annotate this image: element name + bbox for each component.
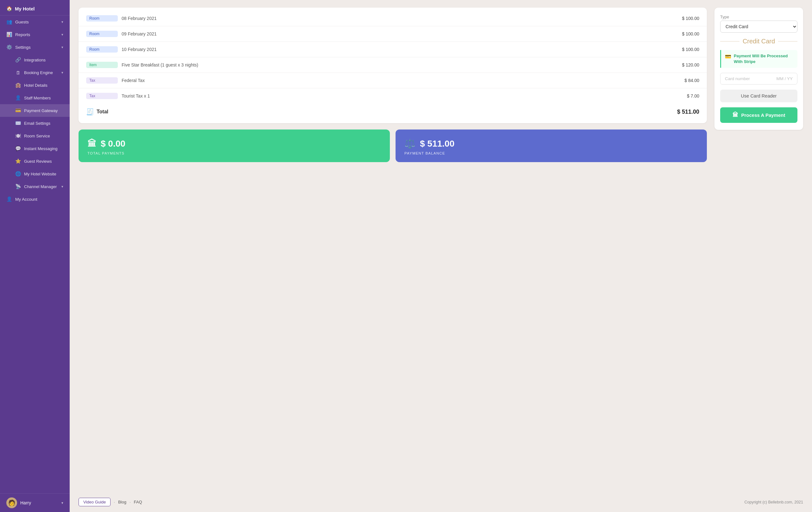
sidebar-item-guests[interactable]: 👥 Guests ▾ <box>0 16 70 28</box>
chevron-down-icon: ▾ <box>61 185 63 189</box>
faq-link[interactable]: FAQ <box>134 500 142 504</box>
booking-engine-icon: 🗓 <box>15 70 21 76</box>
total-amount: $ 511.00 <box>677 109 699 115</box>
card-inputs[interactable]: Card number MM / YY <box>720 73 798 85</box>
sidebar-item-guest-reviews[interactable]: ⭐ Guest Reviews <box>0 155 70 168</box>
sidebar-label-my-hotel-website: My Hotel Website <box>24 172 56 176</box>
process-payment-label: Process A Payment <box>742 112 785 118</box>
total-payments-amount: $ 0.00 <box>101 139 125 149</box>
total-icon: 🧾 <box>86 108 94 116</box>
user-profile[interactable]: 🧑 Harry ▾ <box>0 493 70 512</box>
billing-amount: $ 7.00 <box>687 93 699 98</box>
sidebar-item-email-settings[interactable]: ✉️ Email Settings <box>0 117 70 129</box>
payment-balance-amount: $ 511.00 <box>420 139 455 149</box>
avatar: 🧑 <box>6 498 17 508</box>
summary-cards: 🏛 $ 0.00 TOTAL PAYMENTS ⚖️ $ 511.00 PAYM… <box>79 129 707 162</box>
billing-amount: $ 100.00 <box>682 47 700 52</box>
my-account-icon: 👤 <box>6 196 12 202</box>
room-service-icon: 🍽️ <box>15 133 21 139</box>
billing-desc: 08 February 2021 <box>122 16 678 21</box>
user-name: Harry <box>20 500 58 505</box>
process-payment-button[interactable]: 🏛 Process A Payment <box>720 107 798 123</box>
scale-icon: ⚖️ <box>404 139 415 149</box>
guest-reviews-icon: ⭐ <box>15 158 21 164</box>
sidebar-label-guests: Guests <box>15 20 29 24</box>
stripe-notice-text: Payment Will Be Processed With Stripe <box>734 53 794 65</box>
blog-link[interactable]: Blog <box>118 500 126 504</box>
chevron-down-icon: ▾ <box>61 33 63 37</box>
copyright: Copyright (c) Bellebnb.com, 2021 <box>744 500 803 504</box>
billing-row: Item Five Star Breakfast (1 guest x 3 ni… <box>79 57 707 73</box>
card-expiry-placeholder: MM / YY <box>776 76 793 81</box>
billing-amount: $ 100.00 <box>682 31 700 36</box>
sidebar-item-instant-messaging[interactable]: 💬 Instant Messaging <box>0 142 70 155</box>
billing-badge: Tax <box>86 93 118 99</box>
sidebar-label-guest-reviews: Guest Reviews <box>24 159 52 164</box>
total-payments-card: 🏛 $ 0.00 TOTAL PAYMENTS <box>79 129 390 162</box>
sidebar-item-room-service[interactable]: 🍽️ Room Service <box>0 129 70 142</box>
stripe-icon: 💳 <box>725 54 731 60</box>
reports-icon: 📊 <box>6 32 12 37</box>
email-settings-icon: ✉️ <box>15 120 21 126</box>
payment-panel: Type Credit CardCashBank Transfer Credit… <box>715 8 803 130</box>
sidebar-item-staff-members[interactable]: 👤 Staff Members <box>0 91 70 104</box>
sidebar-label-instant-messaging: Instant Messaging <box>24 146 58 151</box>
type-label: Type <box>720 14 798 19</box>
billing-amount: $ 84.00 <box>685 78 699 83</box>
my-hotel-website-icon: 🌐 <box>15 171 21 177</box>
sidebar-item-payment-gateway[interactable]: 💳 Payment Gateway <box>0 104 70 117</box>
sidebar-label-reports: Reports <box>15 32 30 37</box>
sidebar-label-room-service: Room Service <box>24 133 50 139</box>
main-content: Room 08 February 2021 $ 100.00 Room 09 F… <box>70 0 812 492</box>
billing-desc: Federal Tax <box>122 78 680 83</box>
sidebar-label-hotel-details: Hotel Details <box>24 83 48 88</box>
video-guide-button[interactable]: Video Guide <box>79 498 111 506</box>
payment-balance-label: PAYMENT BALANCE <box>404 151 698 155</box>
payment-balance-card: ⚖️ $ 511.00 PAYMENT BALANCE <box>396 129 707 162</box>
instant-messaging-icon: 💬 <box>15 146 21 151</box>
sidebar-label-integrations: Integrations <box>24 58 46 62</box>
billing-amount: $ 100.00 <box>682 16 700 21</box>
footer-dot-2: · <box>129 500 131 504</box>
sidebar-item-my-account[interactable]: 👤 My Account <box>0 193 70 206</box>
total-payments-label: TOTAL PAYMENTS <box>87 151 381 155</box>
billing-row: Room 10 February 2021 $ 100.00 <box>79 42 707 57</box>
sidebar-item-reports[interactable]: 📊 Reports ▾ <box>0 28 70 41</box>
billing-badge: Room <box>86 31 118 37</box>
page-footer: Video Guide · Blog · FAQ Copyright (c) B… <box>70 492 812 512</box>
type-select[interactable]: Credit CardCashBank Transfer <box>720 21 798 33</box>
sidebar-label-email-settings: Email Settings <box>24 121 50 126</box>
billing-row: Room 09 February 2021 $ 100.00 <box>79 26 707 42</box>
chevron-down-icon: ▾ <box>61 45 63 50</box>
hotel-icon: 🏠 <box>6 6 12 11</box>
sidebar-label-payment-gateway: Payment Gateway <box>24 108 58 113</box>
sidebar-item-my-hotel-website[interactable]: 🌐 My Hotel Website <box>0 168 70 180</box>
sidebar-item-hotel-details[interactable]: 🏨 Hotel Details <box>0 79 70 91</box>
billing-card: Room 08 February 2021 $ 100.00 Room 09 F… <box>79 8 707 123</box>
center-column: Room 08 February 2021 $ 100.00 Room 09 F… <box>79 8 707 162</box>
bank-icon: 🏛 <box>732 112 738 118</box>
payment-gateway-icon: 💳 <box>15 108 21 113</box>
total-label: Total <box>96 109 108 115</box>
billing-amount: $ 120.00 <box>682 62 700 67</box>
footer-dot-1: · <box>114 500 115 504</box>
chevron-down-icon: ▾ <box>61 20 63 24</box>
sidebar-item-settings[interactable]: ⚙️ Settings ▾ <box>0 41 70 54</box>
sidebar-label-staff-members: Staff Members <box>24 96 51 100</box>
billing-row: Tax Tourist Tax x 1 $ 7.00 <box>79 88 707 103</box>
use-card-reader-button[interactable]: Use Card Reader <box>720 90 798 102</box>
channel-manager-icon: 📡 <box>15 184 21 189</box>
sidebar-item-integrations[interactable]: 🔗 Integrations <box>0 54 70 66</box>
integrations-icon: 🔗 <box>15 57 21 63</box>
sidebar-label-channel-manager: Channel Manager <box>24 184 57 189</box>
stripe-notice: 💳 Payment Will Be Processed With Stripe <box>720 50 798 68</box>
sidebar-item-booking-engine[interactable]: 🗓 Booking Engine ▾ <box>0 66 70 79</box>
billing-badge: Room <box>86 46 118 53</box>
guests-icon: 👥 <box>6 19 12 25</box>
bank-icon: 🏛 <box>87 139 96 149</box>
staff-members-icon: 👤 <box>15 95 21 101</box>
sidebar-item-channel-manager[interactable]: 📡 Channel Manager ▾ <box>0 180 70 193</box>
card-number-placeholder: Card number <box>725 76 750 81</box>
billing-badge: Room <box>86 15 118 22</box>
billing-desc: 09 February 2021 <box>122 31 678 36</box>
